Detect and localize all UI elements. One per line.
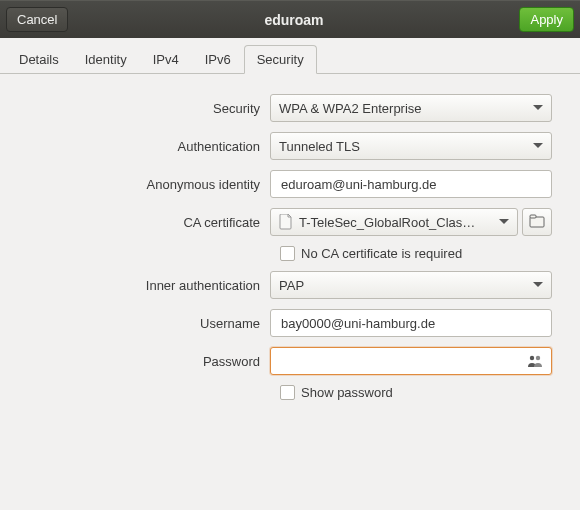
file-icon bbox=[279, 214, 293, 230]
chevron-down-icon bbox=[533, 143, 543, 149]
titlebar: Cancel eduroam Apply bbox=[0, 0, 580, 38]
tab-security[interactable]: Security bbox=[244, 45, 317, 74]
username-field[interactable] bbox=[279, 315, 543, 332]
security-form: Security WPA & WPA2 Enterprise Authentic… bbox=[0, 74, 580, 420]
folder-icon bbox=[529, 214, 545, 231]
no-ca-required-label: No CA certificate is required bbox=[301, 246, 462, 261]
no-ca-required-checkbox[interactable] bbox=[280, 246, 295, 261]
security-value: WPA & WPA2 Enterprise bbox=[279, 101, 422, 116]
svg-point-3 bbox=[536, 356, 540, 360]
svg-point-2 bbox=[530, 356, 534, 360]
inner-authentication-select[interactable]: PAP bbox=[270, 271, 552, 299]
anonymous-identity-input[interactable] bbox=[270, 170, 552, 198]
users-icon bbox=[527, 354, 543, 368]
password-field[interactable] bbox=[279, 353, 523, 370]
browse-certificate-button[interactable] bbox=[522, 208, 552, 236]
label-authentication: Authentication bbox=[10, 139, 270, 154]
chevron-down-icon bbox=[533, 282, 543, 288]
label-inner-authentication: Inner authentication bbox=[10, 278, 270, 293]
tab-bar: Details Identity IPv4 IPv6 Security bbox=[0, 38, 580, 74]
svg-rect-1 bbox=[530, 215, 536, 218]
chevron-down-icon bbox=[499, 219, 509, 225]
tab-details[interactable]: Details bbox=[6, 45, 72, 74]
label-ca-certificate: CA certificate bbox=[10, 215, 270, 230]
label-password: Password bbox=[10, 354, 270, 369]
tab-ipv4[interactable]: IPv4 bbox=[140, 45, 192, 74]
label-anonymous-identity: Anonymous identity bbox=[10, 177, 270, 192]
apply-button[interactable]: Apply bbox=[519, 7, 574, 32]
tab-identity[interactable]: Identity bbox=[72, 45, 140, 74]
username-input[interactable] bbox=[270, 309, 552, 337]
authentication-select[interactable]: Tunneled TLS bbox=[270, 132, 552, 160]
cancel-button[interactable]: Cancel bbox=[6, 7, 68, 32]
show-password-label: Show password bbox=[301, 385, 393, 400]
chevron-down-icon bbox=[533, 105, 543, 111]
label-security: Security bbox=[10, 101, 270, 116]
password-input[interactable] bbox=[270, 347, 552, 375]
authentication-value: Tunneled TLS bbox=[279, 139, 360, 154]
ca-certificate-select[interactable]: T-TeleSec_GlobalRoot_Clas… bbox=[270, 208, 518, 236]
tab-ipv6[interactable]: IPv6 bbox=[192, 45, 244, 74]
security-select[interactable]: WPA & WPA2 Enterprise bbox=[270, 94, 552, 122]
window-title: eduroam bbox=[68, 12, 519, 28]
label-username: Username bbox=[10, 316, 270, 331]
anonymous-identity-field[interactable] bbox=[279, 176, 543, 193]
inner-authentication-value: PAP bbox=[279, 278, 304, 293]
ca-certificate-value: T-TeleSec_GlobalRoot_Clas… bbox=[299, 215, 475, 230]
show-password-checkbox[interactable] bbox=[280, 385, 295, 400]
